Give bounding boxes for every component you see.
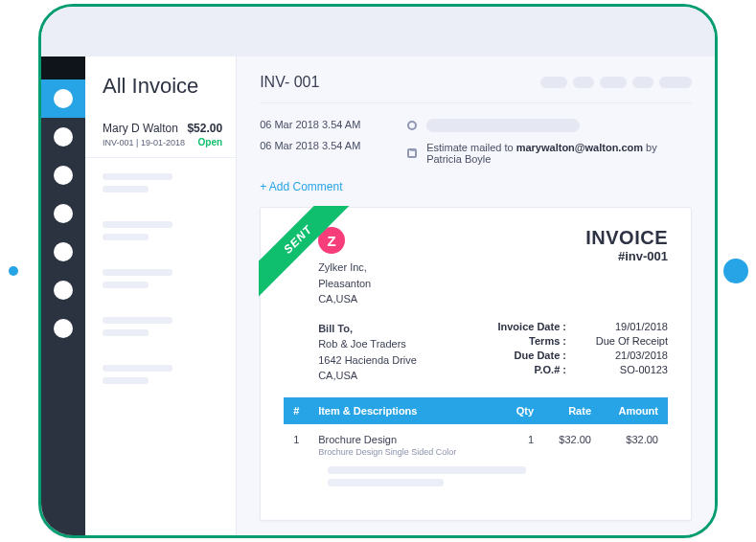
sidebar-item-invoices[interactable]: [41, 79, 85, 118]
invoice-title: INV- 001: [260, 74, 319, 91]
invoice-list-item[interactable]: Mary D Walton $52.00 INV-001 | 19-01-201…: [85, 112, 236, 158]
sidebar-logo-area: [41, 56, 85, 79]
sidebar-item-4[interactable]: [41, 194, 85, 233]
invoice-list-panel: All Invoice Mary D Walton $52.00 INV-001…: [85, 56, 237, 535]
circle-icon: [54, 242, 73, 261]
device-camera-dot: [9, 266, 18, 276]
timeline-node: [407, 119, 692, 132]
top-banner: [41, 7, 715, 56]
mail-icon: [407, 148, 417, 158]
timeline-event-text: Estimate mailed to marywalton@walton.com…: [426, 142, 692, 165]
sidebar-item-5[interactable]: [41, 233, 85, 271]
item-name: Brochure Design: [318, 434, 486, 445]
action-button-placeholder[interactable]: [659, 77, 692, 88]
circle-icon: [54, 204, 73, 223]
list-title: All Invoice: [85, 56, 236, 112]
sidebar-item-3[interactable]: [41, 156, 85, 194]
timeline-date: 06 Mar 2018 3.54 AM: [260, 140, 375, 151]
sidebar-item-7[interactable]: [41, 309, 85, 348]
table-row: 1 Brochure Design Brochure Design Single…: [284, 424, 668, 463]
ribbon-label: SENT: [259, 206, 357, 299]
circle-icon: [54, 89, 73, 108]
invoice-meta: INV-001 | 19-01-2018: [103, 138, 185, 147]
main-panel: INV- 001 06 Mar 2018 3.54 AM 06 Mar 2018…: [237, 56, 715, 535]
invoice-amount: $52.00: [187, 122, 222, 135]
toolbar-actions: [540, 77, 692, 88]
timeline-marker-icon: [407, 121, 417, 130]
action-button-placeholder[interactable]: [573, 77, 594, 88]
timeline-placeholder: [426, 119, 580, 132]
sidebar-item-6[interactable]: [41, 271, 85, 309]
invoice-preview-card: SENT Z Zylker Inc, Pleasanton CA,USA INV…: [260, 207, 692, 521]
nav-sidebar: [41, 56, 85, 535]
table-header: # Item & Descriptions Qty Rate Amount: [284, 397, 668, 424]
list-item-placeholder: [85, 302, 236, 350]
invoice-meta-table: Invoice Date :19/01/2018 Terms :Due Of R…: [490, 321, 668, 384]
app-shell: All Invoice Mary D Walton $52.00 INV-001…: [41, 56, 715, 535]
list-item-placeholder: [85, 254, 236, 302]
circle-icon: [54, 127, 73, 147]
sidebar-item-2[interactable]: [41, 118, 85, 156]
invoice-status: Open: [198, 137, 223, 147]
main-header: INV- 001: [260, 74, 692, 103]
circle-icon: [54, 319, 73, 338]
list-item-placeholder: [85, 158, 236, 206]
customer-name: Mary D Walton: [103, 122, 178, 135]
circle-icon: [54, 281, 73, 300]
activity-timeline: 06 Mar 2018 3.54 AM 06 Mar 2018 3.54 AM …: [260, 119, 692, 165]
action-button-placeholder[interactable]: [540, 77, 567, 88]
list-item-placeholder: [85, 350, 236, 397]
timeline-date: 06 Mar 2018 3.54 AM: [260, 119, 375, 130]
invoice-heading: INVOICE #inv-001: [585, 227, 668, 307]
add-comment-link[interactable]: + Add Comment: [260, 180, 342, 193]
line-items-table: # Item & Descriptions Qty Rate Amount 1 …: [284, 397, 668, 501]
timeline-node: Estimate mailed to marywalton@walton.com…: [407, 142, 692, 165]
tablet-frame: All Invoice Mary D Walton $52.00 INV-001…: [38, 4, 718, 538]
item-description: Brochure Design Single Sided Color: [318, 447, 486, 457]
action-button-placeholder[interactable]: [600, 77, 627, 88]
list-item-placeholder: [85, 206, 236, 254]
action-button-placeholder[interactable]: [632, 77, 653, 88]
device-home-button[interactable]: [723, 259, 748, 283]
status-ribbon: SENT: [259, 206, 364, 311]
circle-icon: [54, 166, 73, 185]
bill-to-block: Bill To, Rob & Joe Traders 1642 Hacienda…: [318, 321, 417, 384]
table-row-placeholder: [284, 463, 668, 501]
